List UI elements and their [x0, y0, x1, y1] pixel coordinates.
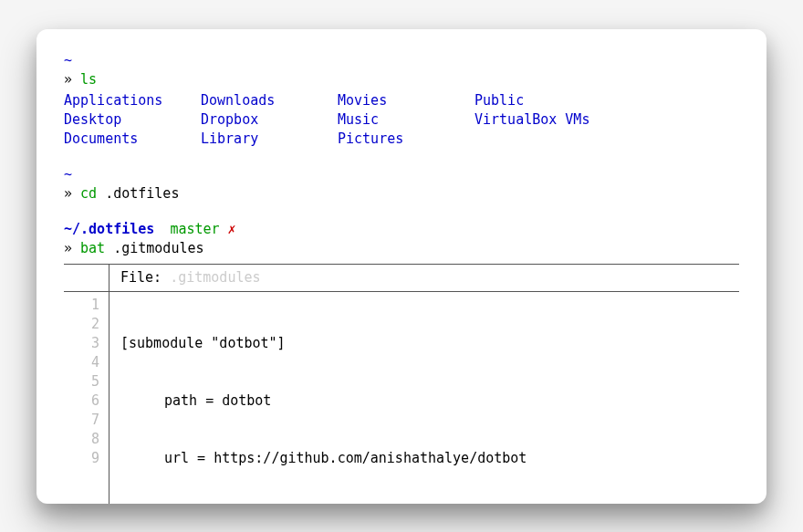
dir-entry: Documents	[64, 130, 201, 149]
bat-file-label: File:	[120, 269, 162, 286]
bat-gutter-header	[64, 265, 110, 291]
git-dirty-icon: ✗	[228, 221, 236, 237]
terminal-window[interactable]: ~ » ls Applications Downloads Movies Pub…	[36, 29, 766, 504]
line-number: 9	[64, 449, 99, 468]
line-number: 7	[64, 411, 99, 430]
command-block-3: ~/.dotfiles master ✗ » bat .gitmodules	[64, 220, 739, 258]
dir-entry: Applications	[64, 91, 201, 110]
command-bat: bat	[80, 240, 105, 256]
line-number: 2	[64, 315, 99, 334]
dir-entry: Pictures	[338, 130, 474, 149]
dir-entry: Movies	[338, 91, 474, 110]
cwd-highlight: .dotfiles	[80, 221, 154, 237]
command-block-1: ~ » ls Applications Downloads Movies Pub…	[64, 51, 739, 149]
cwd-prefix: ~/	[64, 221, 80, 237]
line-number: 8	[64, 430, 99, 449]
file-line: path = dotbot	[120, 391, 601, 411]
command-block-2: ~ » cd .dotfiles	[64, 165, 739, 203]
git-branch: master	[170, 221, 219, 237]
dir-entry: VirtualBox VMs	[474, 110, 611, 130]
dir-entry	[474, 130, 611, 149]
bat-filename: .gitmodules	[170, 269, 260, 286]
ls-output: Applications Downloads Movies Public Des…	[64, 91, 739, 149]
bat-output: File: .gitmodules 1 2 3 4 5 6 7 8 9 [sub…	[64, 264, 739, 504]
bat-file-header: File: .gitmodules	[110, 265, 272, 291]
line-number: 6	[64, 391, 99, 411]
command-arg: .gitmodules	[113, 240, 203, 256]
command-arg: .dotfiles	[105, 185, 179, 202]
line-number: 3	[64, 334, 99, 353]
command-ls: ls	[80, 71, 97, 88]
bat-line-numbers: 1 2 3 4 5 6 7 8 9	[64, 292, 110, 504]
bat-file-content: [submodule "dotbot"] path = dotbot url =…	[110, 292, 612, 504]
file-line: url = https://github.com/anishathalye/do…	[120, 449, 601, 468]
dir-entry: Library	[201, 130, 338, 149]
dir-entry: Desktop	[64, 110, 201, 130]
file-line: [submodule "dotbot"]	[120, 334, 601, 353]
command-cd: cd	[80, 185, 97, 202]
dir-entry: Public	[474, 91, 611, 110]
dir-entry: Downloads	[201, 91, 338, 110]
prompt-arrow: »	[64, 185, 72, 202]
line-number: 1	[64, 296, 99, 315]
line-number: 4	[64, 353, 99, 372]
prompt-arrow: »	[64, 240, 72, 256]
line-number: 5	[64, 372, 99, 391]
dir-entry: Music	[338, 110, 474, 130]
cwd-indicator: ~	[64, 166, 72, 183]
dir-entry: Dropbox	[201, 110, 338, 130]
cwd-indicator: ~	[64, 52, 72, 68]
prompt-arrow: »	[64, 71, 72, 88]
